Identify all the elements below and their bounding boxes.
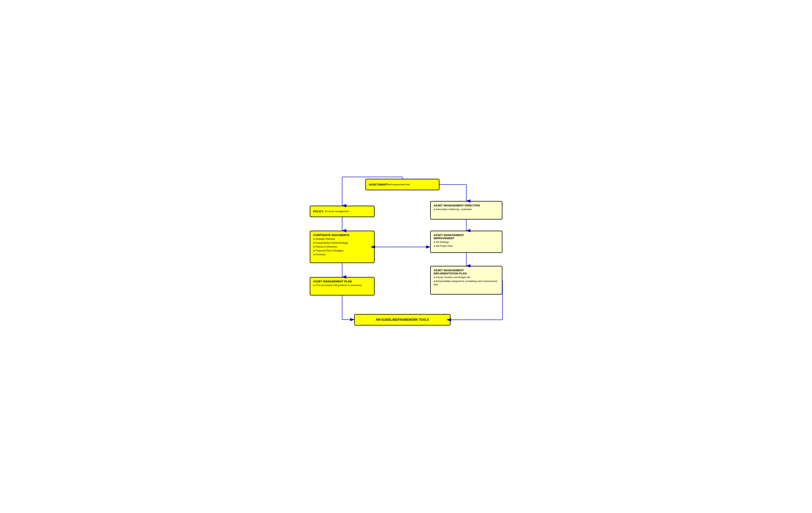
am-improvement-bullets: AM Strategy AM Project Plan: [434, 240, 499, 248]
corporate-docs-box: CORPORATE DOCUMENTS Strategic Planning S…: [310, 231, 375, 263]
policy-title: POLICY: [313, 210, 324, 213]
assetsmart-subtitle: self assessment tool: [388, 183, 410, 186]
am-guideline-box: AM GUIDELINE/FRAMEWORK TOOLS: [354, 314, 451, 325]
policy-box: POLICY for asset management: [310, 206, 375, 217]
assetsmart-box: ASSETSMART self assessment tool: [365, 179, 439, 190]
am-improvement-title: ASSET MANAGEMENTIMPROVEMENT: [434, 233, 499, 240]
corporate-docs-bullets: Strategic Planning Sustainability Charte…: [313, 237, 371, 256]
am-direction-title: ASSET MANAGEMENT DIRECTION: [434, 204, 499, 207]
diagram-container: ASSETSMART self assessment tool POLICY f…: [304, 173, 508, 340]
policy-subtitle: for asset management: [323, 210, 349, 213]
assetsmart-title: ASSETSMART: [369, 183, 388, 186]
am-plan-bullets: (This documents AM practices & outcomes): [313, 284, 371, 287]
am-plan-box: ASSET MANAGEMENT PLAN (This documents AM…: [310, 277, 375, 295]
am-improvement-box: ASSET MANAGEMENTIMPROVEMENT AM Strategy …: [430, 231, 502, 253]
am-direction-box: ASSET MANAGEMENT DIRECTION Information G…: [430, 201, 502, 220]
am-plan-title: ASSET MANAGEMENT PLAN: [313, 280, 371, 283]
am-impl-plan-bullets: Priority Timeline and Budget Set Respons…: [434, 276, 499, 286]
am-impl-plan-title: ASSET MANAGEMENTIMPLEMENTATION PLAN: [434, 268, 499, 275]
am-impl-plan-box: ASSET MANAGEMENTIMPLEMENTATION PLAN Prio…: [430, 266, 502, 294]
am-guideline-title: AM GUIDELINE/FRAMEWORK TOOLS: [376, 318, 429, 321]
am-direction-bullets: Information Gathering - evaluation: [434, 208, 499, 211]
corporate-docs-title: CORPORATE DOCUMENTS: [313, 233, 371, 236]
